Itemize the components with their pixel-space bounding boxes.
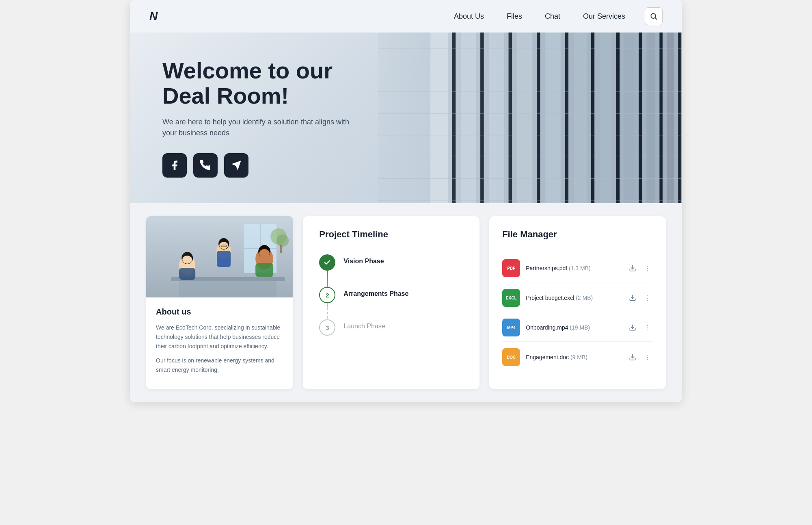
social-icons — [162, 153, 349, 178]
header: N About Us Files Chat Our Services — [130, 0, 682, 33]
hero-image — [378, 33, 682, 203]
svg-rect-4 — [452, 33, 456, 203]
timeline-label-3: Launch Phase — [343, 319, 385, 330]
more-btn-2[interactable]: ⋮ — [641, 292, 653, 304]
file-badge-doc: DOC — [502, 348, 520, 366]
bottom-section: About us We are EcoTech Corp, specializi… — [130, 203, 682, 402]
hero-title: Welcome to our Deal Room! — [162, 58, 349, 108]
file-info-1: Partnerships.pdf (1.3 MB) — [526, 265, 621, 271]
file-item-4: DOC Engagement.doc (9 MB) ⋮ — [502, 343, 653, 371]
download-btn-3[interactable] — [627, 322, 638, 333]
about-text-2: Our focus is on renewable energy systems… — [156, 356, 283, 375]
svg-rect-9 — [517, 33, 532, 203]
file-list: PDF Partnerships.pdf (1.3 MB) ⋮ — [502, 254, 653, 371]
svg-rect-39 — [179, 281, 276, 297]
nav: About Us Files Chat Our Services — [454, 12, 625, 21]
svg-rect-16 — [616, 33, 620, 203]
timeline-title: Project Timeline — [319, 229, 463, 240]
timeline-card: Project Timeline Vision Phase — [303, 216, 479, 389]
svg-rect-18 — [639, 33, 642, 203]
svg-point-51 — [259, 249, 270, 258]
svg-point-46 — [219, 242, 228, 249]
file-badge-mp4: MP4 — [502, 319, 520, 336]
svg-rect-3 — [430, 33, 448, 203]
about-image — [146, 216, 293, 297]
file-manager-title: File Manager — [502, 229, 653, 240]
download-btn-4[interactable] — [627, 351, 638, 363]
timeline-item-2: 2 Arrangements Phase — [319, 287, 463, 303]
svg-rect-10 — [537, 33, 540, 203]
about-title: About us — [156, 307, 283, 317]
file-item-3: MP4 Onboarding.mp4 (19 MB) ⋮ — [502, 314, 653, 342]
facebook-icon[interactable] — [162, 153, 187, 178]
logo: N — [149, 10, 157, 23]
more-btn-4[interactable]: ⋮ — [641, 351, 653, 363]
about-body: About us We are EcoTech Corp, specializi… — [146, 297, 293, 389]
whatsapp-icon[interactable] — [193, 153, 218, 178]
svg-rect-7 — [489, 33, 504, 203]
svg-rect-11 — [545, 33, 560, 203]
file-info-3: Onboarding.mp4 (19 MB) — [526, 324, 621, 331]
nav-files[interactable]: Files — [507, 12, 522, 21]
svg-rect-8 — [509, 33, 512, 203]
file-item-1: PDF Partnerships.pdf (1.3 MB) ⋮ — [502, 254, 653, 282]
timeline-dot-3: 3 — [319, 319, 335, 336]
timeline-dot-2: 2 — [319, 287, 335, 303]
timeline: Vision Phase 2 Arrangements Phase 3 Laun… — [319, 254, 463, 336]
hero-content: Welcome to our Deal Room! We are here to… — [130, 58, 382, 177]
svg-rect-6 — [480, 33, 484, 203]
svg-rect-15 — [600, 33, 612, 203]
hero-section: Welcome to our Deal Room! We are here to… — [130, 33, 682, 203]
timeline-label-1: Vision Phase — [343, 254, 384, 265]
svg-rect-21 — [667, 33, 674, 203]
file-card: File Manager PDF Partnerships.pdf (1.3 M… — [489, 216, 666, 389]
more-btn-3[interactable]: ⋮ — [641, 322, 653, 333]
more-btn-1[interactable]: ⋮ — [641, 262, 653, 274]
download-btn-1[interactable] — [627, 262, 638, 274]
svg-rect-19 — [646, 33, 655, 203]
svg-rect-37 — [280, 245, 282, 253]
svg-rect-14 — [591, 33, 595, 203]
file-badge-pdf: PDF — [502, 259, 520, 277]
svg-rect-13 — [574, 33, 587, 203]
svg-rect-52 — [255, 263, 273, 277]
timeline-item-3: 3 Launch Phase — [319, 319, 463, 336]
svg-rect-43 — [179, 268, 195, 280]
nav-our-services[interactable]: Our Services — [583, 12, 625, 21]
svg-rect-12 — [565, 33, 568, 203]
svg-line-1 — [655, 18, 657, 20]
about-text-1: We are EcoTech Corp, specializing in sus… — [156, 323, 283, 351]
nav-about-us[interactable]: About Us — [454, 12, 484, 21]
nav-chat[interactable]: Chat — [545, 12, 560, 21]
telegram-icon[interactable] — [224, 153, 248, 178]
svg-rect-5 — [461, 33, 476, 203]
file-info-4: Engagement.doc (9 MB) — [526, 354, 621, 360]
file-badge-excl: EXCL — [502, 289, 520, 307]
timeline-dot-1 — [319, 254, 335, 271]
timeline-label-2: Arrangements Phase — [343, 287, 408, 297]
svg-point-36 — [276, 234, 289, 247]
timeline-item-1: Vision Phase — [319, 254, 463, 271]
file-item-2: EXCL Project budget.excl (2 MB) ⋮ — [502, 284, 653, 312]
hero-subtitle: We are here to help you identify a solut… — [162, 117, 349, 139]
svg-rect-20 — [659, 33, 662, 203]
svg-point-42 — [182, 256, 192, 264]
svg-rect-22 — [678, 33, 680, 203]
svg-rect-48 — [217, 251, 231, 267]
download-btn-2[interactable] — [627, 292, 638, 304]
file-info-2: Project budget.excl (2 MB) — [526, 295, 621, 301]
search-button[interactable] — [645, 7, 663, 25]
about-card: About us We are EcoTech Corp, specializi… — [146, 216, 293, 389]
search-icon — [650, 12, 658, 20]
svg-rect-17 — [624, 33, 635, 203]
